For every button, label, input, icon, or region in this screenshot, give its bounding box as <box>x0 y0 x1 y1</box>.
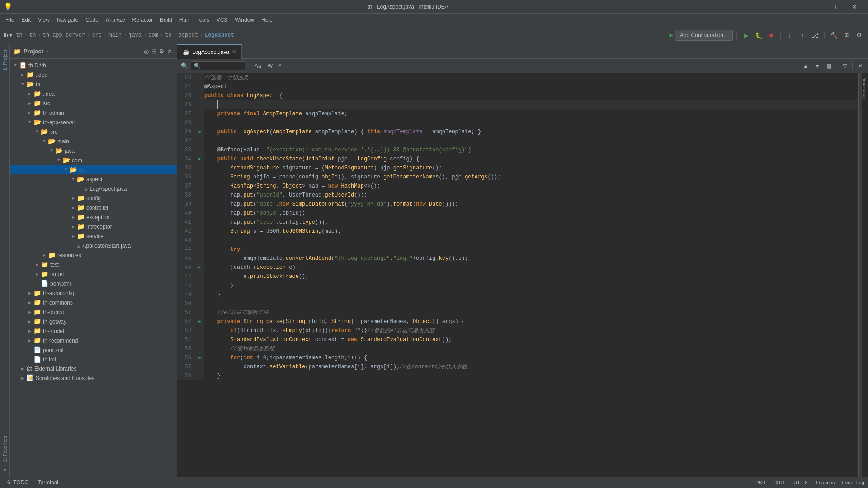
tree-item-th-recommend[interactable]: ▶ 📁 th-recommend <box>10 336 177 345</box>
tree-item-test[interactable]: ▶ 📁 test <box>10 260 177 269</box>
menu-analyze[interactable]: Analyze <box>102 15 129 25</box>
menu-navigate[interactable]: Navigate <box>53 15 82 25</box>
search-prev-button[interactable]: ▲ <box>801 62 810 70</box>
bc-th[interactable]: th <box>16 32 22 38</box>
vert-tab-database[interactable]: Database <box>859 75 868 103</box>
tree-item-exception[interactable]: ▶ 📁 exception <box>10 212 177 222</box>
tree-item-th-idea[interactable]: ▶ 📁 .idea <box>10 89 177 99</box>
tab-close-button[interactable]: ✕ <box>232 49 236 55</box>
tree-item-appstart[interactable]: ▶ ☕ ApplicatonStart.java <box>10 241 177 250</box>
tree-item-th-model[interactable]: ▶ 📁 th-model <box>10 326 177 336</box>
menu-build[interactable]: Build <box>156 15 176 25</box>
tree-item-th-selected[interactable]: ▼ 📂 th <box>10 165 177 174</box>
tree-item-th-admin[interactable]: ▶ 📁 th-admin <box>10 108 177 117</box>
menu-code[interactable]: Code <box>82 15 102 25</box>
minimize-button[interactable]: ─ <box>803 0 824 14</box>
tree-item-aspect[interactable]: ▼ 📂 aspect <box>10 174 177 184</box>
search-whole-word-btn[interactable]: W <box>266 62 274 70</box>
gutter-arrow-46[interactable]: ▶ <box>198 263 201 272</box>
code-editor[interactable]: ✓ 23 //这是一个切面类 24 @Aspect 25 <box>177 73 868 477</box>
bc-aspect[interactable]: aspect <box>179 32 198 38</box>
tree-item-th[interactable]: ▼ 📂 th <box>10 80 177 89</box>
tree-item-th-dubbo[interactable]: ▶ 📁 th-dubbo <box>10 307 177 317</box>
tree-item-th-src[interactable]: ▶ 📁 src <box>10 99 177 108</box>
tree-item-com[interactable]: ▼ 📂 com <box>10 155 177 165</box>
tree-item-pom2[interactable]: ▶ 📄 pom.xml <box>10 345 177 355</box>
tree-item-controller[interactable]: ▶ 📁 controller <box>10 203 177 212</box>
bc-server[interactable]: th-app-server <box>43 32 85 38</box>
bc-com[interactable]: com <box>148 32 158 38</box>
maximize-button[interactable]: □ <box>824 0 844 14</box>
bc-java[interactable]: java <box>128 32 142 38</box>
bc-logaspect[interactable]: LogAspect <box>205 32 234 38</box>
tree-item-intreceptor[interactable]: ▶ 📁 intreceptor <box>10 222 177 231</box>
tree-item-main[interactable]: ▼ 📂 main <box>10 136 177 146</box>
menu-vcs[interactable]: VCS <box>213 15 231 25</box>
tree-item-extlibs[interactable]: ▶ 🗂 External Libraries <box>10 364 177 373</box>
tree-item-th-getway[interactable]: ▶ 📁 th-getway <box>10 317 177 326</box>
menu-help[interactable]: Help <box>258 15 276 25</box>
status-event-log[interactable]: Event Log <box>842 480 864 485</box>
bottom-tab-todo[interactable]: 6: TODO <box>4 479 33 487</box>
bc-th2[interactable]: th <box>29 32 36 38</box>
tree-item-th-autoconfig[interactable]: ▶ 📁 th-autoconfig <box>10 288 177 298</box>
tree-item-pom[interactable]: ▶ 📄 pom.xml <box>10 279 177 288</box>
add-configuration-button[interactable]: Add Configuration... <box>675 30 733 41</box>
menu-refactor[interactable]: Refactor <box>129 15 156 25</box>
search-input[interactable] <box>191 61 245 70</box>
tree-item-config[interactable]: ▶ 📁 config <box>10 193 177 203</box>
vert-tab-favorites[interactable]: 2: Favorites <box>0 432 9 465</box>
vcs-update-button[interactable]: ↓ <box>784 30 795 41</box>
search-filter-button[interactable]: ▽ <box>841 62 849 70</box>
project-selector[interactable]: th ▾ <box>4 32 12 38</box>
menu-view[interactable]: View <box>34 15 53 25</box>
tab-logaspect[interactable]: ☕ LogAspect.java ✕ <box>177 44 242 59</box>
sidebar-hide-button[interactable]: ✕ <box>166 47 173 56</box>
search-match-case-btn[interactable]: Aa <box>253 62 263 70</box>
search-regex-btn[interactable]: * <box>277 62 283 70</box>
search-context-button[interactable]: ▤ <box>825 62 833 70</box>
tree-item-th-root[interactable]: ▼ 📋 th D:\th <box>10 61 177 70</box>
menu-window[interactable]: Window <box>231 15 258 25</box>
menu-file[interactable]: File <box>2 15 18 25</box>
tree-item-idea[interactable]: ▶ 📁 .idea <box>10 70 177 80</box>
search-close-button[interactable]: ✕ <box>856 62 864 70</box>
vert-tab-project[interactable]: 1: Project <box>0 46 9 74</box>
menu-run[interactable]: Run <box>176 15 193 25</box>
tree-item-scratches[interactable]: ▶ 📝 Scratches and Consoles <box>10 373 177 383</box>
gutter-arrow-56[interactable]: ▶ <box>198 353 201 362</box>
menu-tools[interactable]: Tools <box>193 15 213 25</box>
tree-item-th-app-server[interactable]: ▼ 📂 th-app-server <box>10 117 177 127</box>
tree-item-th-commons[interactable]: ▶ 📁 th-commons <box>10 298 177 307</box>
menu-edit[interactable]: Edit <box>18 15 34 25</box>
bottom-tab-terminal[interactable]: Terminal <box>34 479 62 487</box>
build-button[interactable]: 🔨 <box>828 30 839 41</box>
bc-src[interactable]: src <box>92 32 102 38</box>
search-next-button[interactable]: ▼ <box>813 62 822 70</box>
terminal-button[interactable]: ⊞ <box>841 30 852 41</box>
tree-item-logaspect[interactable]: ▶ ☕ LogAspect.java <box>10 184 177 193</box>
sidebar-dropdown-icon[interactable]: ▾ <box>46 48 49 54</box>
tree-item-app-src[interactable]: ▼ 📂 src <box>10 127 177 136</box>
status-encoding[interactable]: UTF-8 <box>793 480 807 485</box>
locate-file-button[interactable]: ◎ <box>143 47 150 56</box>
stop-button[interactable]: ■ <box>766 30 777 41</box>
sidebar-settings-button[interactable]: ⚙ <box>158 47 165 56</box>
close-button[interactable]: ✕ <box>844 0 864 14</box>
run-button[interactable]: ▶ <box>741 30 751 41</box>
bc-main[interactable]: main <box>108 32 122 38</box>
gutter-arrow-29[interactable]: ▶ <box>198 127 201 136</box>
tree-item-thiml[interactable]: ▶ 📄 th.iml <box>10 355 177 364</box>
gutter-arrow-52[interactable]: ▶ <box>198 317 201 326</box>
settings-button[interactable]: ⚙ <box>854 30 864 41</box>
tree-item-service[interactable]: ▶ 📁 service <box>10 231 177 241</box>
gutter-arrow-34[interactable]: ▶ <box>198 155 201 164</box>
bc-th3[interactable]: th <box>165 32 171 38</box>
tree-item-target[interactable]: ▶ 📁 target <box>10 269 177 279</box>
tree-item-java[interactable]: ▼ 📂 java <box>10 146 177 155</box>
debug-button[interactable]: 🐛 <box>753 30 764 41</box>
vcs-commit-button[interactable]: ↑ <box>797 30 808 41</box>
vcs-button[interactable]: ⎇ <box>810 30 821 41</box>
status-indent[interactable]: 4 spaces <box>815 480 835 485</box>
status-line-ending[interactable]: CRLF <box>774 480 787 485</box>
